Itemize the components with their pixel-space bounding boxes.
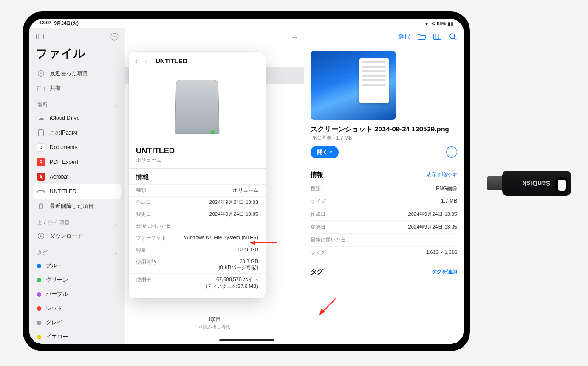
info-value: -- [255, 223, 258, 230]
download-icon [37, 232, 45, 240]
view-columns-icon[interactable] [433, 33, 441, 41]
usb-stick: SanDisk [485, 169, 571, 197]
sidebar-downloads[interactable]: ダウンロード [33, 229, 121, 243]
readonly-label: 読み出し専用 [203, 324, 231, 329]
tag-color-dot [37, 264, 41, 268]
svg-rect-0 [37, 34, 44, 39]
sidebar-tag[interactable]: イエロー [33, 330, 121, 344]
orientation-lock-icon: ⟲ [431, 21, 435, 26]
info-row: 使用中67,608,576 バイト(ディスク上の67.6 MB) [129, 273, 266, 292]
drive-icon [167, 75, 227, 139]
sidebar-label: ダウンロード [50, 232, 83, 240]
acrobat-app-icon: A [37, 173, 45, 181]
sidebar-label: Acrobat [50, 174, 68, 180]
sidebar-shared[interactable]: 共有 [33, 81, 121, 96]
info-value: ボリューム [233, 187, 258, 194]
cloud-icon: ☁︎ [37, 114, 45, 122]
more-icon[interactable] [110, 33, 119, 41]
sidebar-documents[interactable]: D Documents [33, 140, 121, 155]
section-label: よく使う項目 [37, 219, 70, 227]
svg-marker-19 [319, 308, 325, 315]
folder-shared-icon [37, 84, 45, 92]
info-row: フォーマットWindows NT File System (NTFS) [129, 232, 266, 244]
sidebar-tag[interactable]: パープル [33, 287, 121, 301]
chevron-down-icon: ⌄ [114, 220, 118, 225]
preview-thumbnail[interactable] [311, 51, 396, 120]
files-app: ファイル 最近使った項目 共有 場所 ⌄ [29, 28, 464, 344]
ipad-icon [37, 129, 45, 137]
open-button[interactable]: 開く ▾ [311, 146, 339, 158]
sidebar-label: Documents [50, 144, 78, 151]
file-title: スクリーンショット 2024-09-24 130539.png [311, 124, 457, 134]
sidebar-label: 共有 [50, 84, 61, 92]
svg-point-9 [43, 191, 44, 192]
sidebar-pdfexpert[interactable]: P PDF Expert [33, 155, 121, 169]
info-key: 作成日 [136, 199, 151, 206]
sidebar-tag[interactable]: グレイ [33, 315, 121, 330]
info-value: 1,613 × 1,316 [426, 249, 457, 256]
tag-color-dot [37, 335, 41, 339]
info-value: 2024年9月24日 13:05 [408, 211, 457, 218]
select-button[interactable]: 選択 [398, 33, 410, 41]
info-key: フォーマット [136, 235, 166, 242]
search-icon[interactable] [449, 33, 457, 41]
info-row: 最後に開いた日-- [129, 220, 266, 232]
svg-marker-17 [250, 241, 255, 245]
info-header: 情報 [129, 168, 266, 184]
info-value: 30.7 GB(0 KBパージ可能) [219, 259, 258, 271]
sidebar-ipad[interactable]: このiPad内 [33, 125, 121, 140]
sidebar-tag[interactable]: ブルー [33, 259, 121, 273]
sidebar: ファイル 最近使った項目 共有 場所 ⌄ [29, 28, 125, 344]
status-battery: 68% [437, 21, 446, 26]
info-key: 使用可能 [136, 259, 156, 271]
ellipsis-icon[interactable]: ••• [292, 35, 297, 40]
svg-point-3 [113, 36, 113, 37]
back-button[interactable]: ‹ [133, 57, 139, 65]
info-key: サイズ [311, 198, 326, 205]
sidebar-tag[interactable]: グリーン [33, 273, 121, 287]
tag-color-dot [37, 278, 41, 282]
status-time: 13:07 [40, 20, 51, 27]
sidebar-untitled[interactable]: UNTITLED [33, 184, 121, 199]
sidebar-icloud[interactable]: ☁︎ iCloud Drive [33, 111, 121, 125]
section-label: タグ [37, 249, 48, 257]
sidebar-label: iCloud Drive [50, 115, 79, 121]
info-row: 使用可能30.7 GB(0 KBパージ可能) [129, 256, 266, 273]
home-indicator[interactable] [219, 339, 274, 341]
info-key: 変更日 [311, 224, 326, 231]
section-favorites[interactable]: よく使う項目 ⌄ [33, 214, 121, 229]
section-locations[interactable]: 場所 ⌄ [33, 96, 121, 111]
sidebar-label: 最近使った項目 [50, 70, 88, 78]
info-value: 2024年9月24日 13:05 [209, 211, 258, 218]
file-meta: PNG画像 - 1.7 MB [311, 135, 457, 141]
info-key: 種類 [136, 187, 146, 194]
sidebar-recent[interactable]: 最近使った項目 [33, 66, 121, 81]
svg-point-4 [114, 36, 115, 37]
info-key: 変更日 [136, 211, 151, 218]
more-button[interactable]: ⋯ [446, 146, 457, 158]
tags-header: タグ [311, 268, 323, 276]
sidebar-trash[interactable]: 最近削除した項目 [33, 199, 121, 214]
volume-name: UNTITLED [129, 146, 266, 156]
info-row: 変更日2024年9月24日 13:05 [129, 208, 266, 220]
chevron-down-icon: ⌄ [114, 250, 118, 255]
show-more-button[interactable]: 表示を増やす [427, 171, 457, 178]
tag-color-dot [37, 306, 41, 311]
section-tags[interactable]: タグ ⌄ [33, 243, 121, 259]
svg-rect-7 [39, 130, 44, 136]
info-value: -- [454, 236, 457, 243]
add-tag-button[interactable]: タグを追加 [432, 268, 457, 275]
info-value: 1.7 MB [441, 198, 457, 205]
sidebar-title: ファイル [33, 45, 121, 66]
info-value: Windows NT File System (NTFS) [184, 235, 258, 242]
sidebar-acrobat[interactable]: A Acrobat [33, 169, 121, 184]
info-row: 種類PNG画像 [311, 182, 457, 195]
sidebar-tag[interactable]: レッド [33, 301, 121, 315]
tag-label: レッド [46, 304, 62, 312]
svg-rect-11 [434, 34, 441, 40]
new-folder-icon[interactable] [418, 33, 426, 41]
browse-footer: 1項目 ✕ 読み出し専用 [125, 309, 304, 344]
forward-button: › [143, 57, 149, 65]
sidebar-toggle-icon[interactable] [36, 33, 44, 41]
trash-icon [37, 202, 45, 210]
